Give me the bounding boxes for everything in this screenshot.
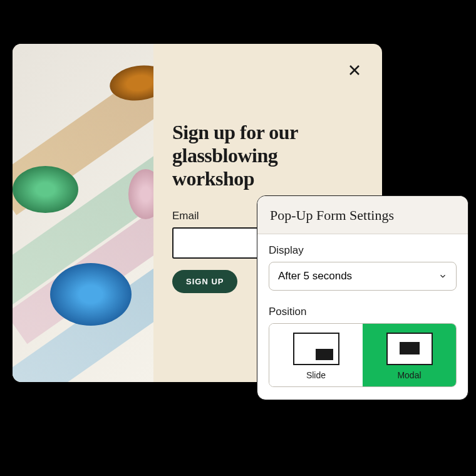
- settings-panel: Pop-Up Form Settings Display After 5 sec…: [257, 195, 468, 400]
- position-label-modal: Modal: [363, 370, 456, 380]
- display-value: After 5 seconds: [278, 270, 352, 282]
- popup-hero-image: [13, 44, 153, 382]
- close-button[interactable]: [346, 61, 363, 79]
- position-label: Position: [269, 306, 457, 318]
- position-label-slide: Slide: [269, 370, 363, 380]
- modal-preview-icon: [386, 333, 433, 365]
- popup-title: Sign up for our glassblowing workshop: [172, 121, 357, 190]
- settings-body: Display After 5 seconds Position Slide: [257, 234, 468, 400]
- display-select[interactable]: After 5 seconds: [269, 262, 457, 291]
- close-icon: [347, 63, 362, 78]
- display-label: Display: [269, 244, 457, 257]
- settings-title: Pop-Up Form Settings: [257, 196, 468, 234]
- position-options: Slide Modal: [269, 323, 457, 387]
- signup-button[interactable]: SIGN UP: [172, 270, 237, 293]
- chevron-down-icon: [438, 272, 447, 281]
- position-option-slide[interactable]: Slide: [269, 324, 363, 386]
- slide-preview-icon: [293, 333, 339, 365]
- position-option-modal[interactable]: Modal: [363, 324, 456, 386]
